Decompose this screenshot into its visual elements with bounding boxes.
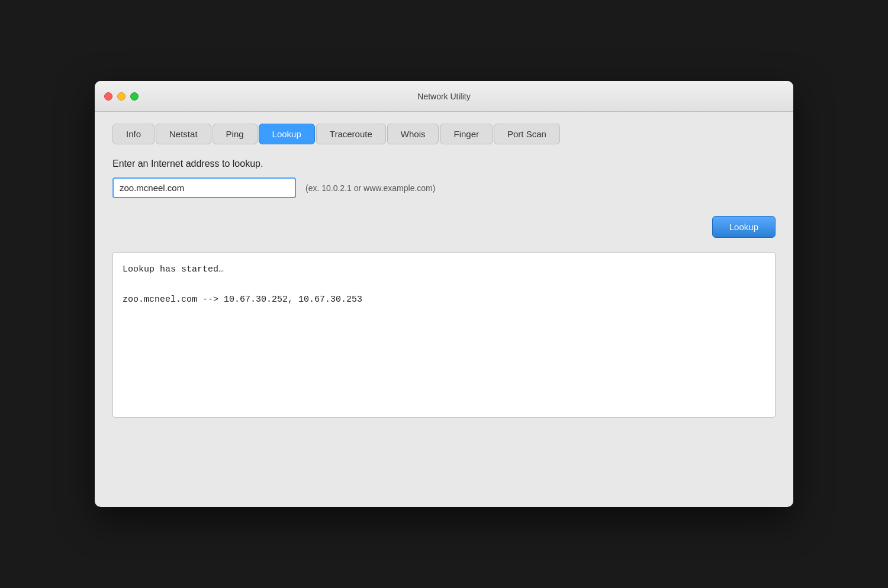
tab-info[interactable]: Info: [112, 124, 155, 144]
titlebar: Network Utility: [95, 81, 793, 112]
tab-portscan[interactable]: Port Scan: [494, 124, 560, 144]
input-row: (ex. 10.0.2.1 or www.example.com): [112, 177, 776, 198]
main-content: Info Netstat Ping Lookup Traceroute Whoi…: [95, 112, 793, 507]
section-label: Enter an Internet address to lookup.: [112, 159, 776, 169]
output-area: Lookup has started… zoo.mcneel.com --> 1…: [112, 252, 776, 418]
address-input[interactable]: [112, 177, 296, 198]
tab-traceroute[interactable]: Traceroute: [316, 124, 386, 144]
close-button[interactable]: [104, 92, 112, 101]
maximize-button[interactable]: [130, 92, 139, 101]
input-hint: (ex. 10.0.2.1 or www.example.com): [305, 183, 435, 193]
tab-netstat[interactable]: Netstat: [156, 124, 211, 144]
window-title: Network Utility: [417, 92, 470, 101]
tab-whois[interactable]: Whois: [387, 124, 439, 144]
tab-lookup[interactable]: Lookup: [259, 124, 315, 144]
traffic-lights: [104, 92, 139, 101]
lookup-button[interactable]: Lookup: [712, 216, 776, 238]
lookup-btn-row: Lookup: [112, 216, 776, 238]
tab-finger[interactable]: Finger: [440, 124, 493, 144]
app-window: Network Utility Info Netstat Ping Lookup…: [95, 81, 793, 507]
tab-ping[interactable]: Ping: [213, 124, 258, 144]
tab-bar: Info Netstat Ping Lookup Traceroute Whoi…: [112, 124, 776, 144]
minimize-button[interactable]: [117, 92, 126, 101]
